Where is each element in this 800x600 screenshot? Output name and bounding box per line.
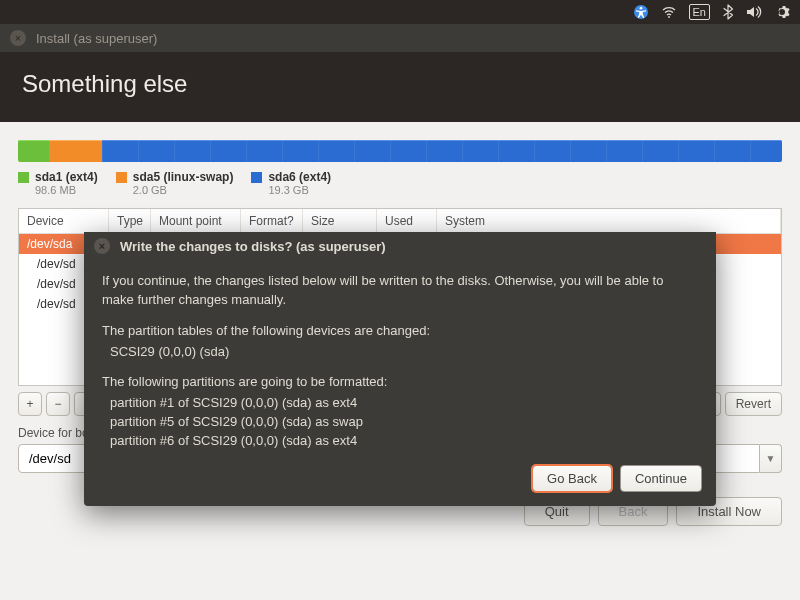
dialog-format-heading: The following partitions are going to be… [102,373,698,392]
legend-label: sda1 (ext4) [35,170,98,184]
revert-button[interactable]: Revert [725,392,782,416]
col-format[interactable]: Format? [241,209,303,233]
dialog-tables-heading: The partition tables of the following de… [102,322,698,341]
swatch-icon [116,172,127,183]
continue-button[interactable]: Continue [620,465,702,492]
confirm-dialog: × Write the changes to disks? (as superu… [84,232,716,506]
dialog-title: Write the changes to disks? (as superuse… [120,239,386,254]
seg-sda5 [49,140,102,162]
wifi-icon[interactable] [661,4,677,20]
col-used[interactable]: Used [377,209,437,233]
legend-item: sda5 (linux-swap)2.0 GB [116,170,234,196]
disk-usage-bar [18,140,782,162]
disk-legend: sda1 (ext4)98.6 MB sda5 (linux-swap)2.0 … [18,170,782,196]
close-icon[interactable]: × [94,238,110,254]
col-device[interactable]: Device [19,209,109,233]
chevron-down-icon[interactable]: ▼ [760,444,782,473]
legend-item: sda6 (ext4)19.3 GB [251,170,331,196]
add-button[interactable]: + [18,392,42,416]
page-title: Something else [0,52,800,122]
window-titlebar: × Install (as superuser) [0,24,800,52]
legend-sub: 2.0 GB [133,184,234,196]
close-icon[interactable]: × [10,30,26,46]
accessibility-icon[interactable] [633,4,649,20]
seg-sda1 [18,140,49,162]
dialog-format-item: partition #6 of SCSI29 (0,0,0) (sda) as … [102,432,698,451]
table-header: Device Type Mount point Format? Size Use… [19,209,781,234]
gear-icon[interactable] [776,4,792,20]
legend-item: sda1 (ext4)98.6 MB [18,170,98,196]
seg-sda6 [102,140,782,162]
top-menubar: En [0,0,800,24]
go-back-button[interactable]: Go Back [532,465,612,492]
window-title: Install (as superuser) [36,31,157,46]
svg-point-1 [639,7,642,10]
indicator-lang[interactable]: En [689,4,710,20]
remove-button[interactable]: − [46,392,70,416]
swatch-icon [18,172,29,183]
dialog-format-item: partition #5 of SCSI29 (0,0,0) (sda) as … [102,413,698,432]
dialog-intro: If you continue, the changes listed belo… [102,272,698,310]
col-system[interactable]: System [437,209,781,233]
dialog-tables-list: SCSI29 (0,0,0) (sda) [102,343,698,362]
swatch-icon [251,172,262,183]
dialog-buttons: Go Back Continue [84,457,716,506]
col-size[interactable]: Size [303,209,377,233]
legend-sub: 19.3 GB [268,184,331,196]
col-mount[interactable]: Mount point [151,209,241,233]
legend-sub: 98.6 MB [35,184,98,196]
dialog-titlebar: × Write the changes to disks? (as superu… [84,232,716,260]
bluetooth-icon[interactable] [722,4,734,20]
legend-label: sda5 (linux-swap) [133,170,234,184]
col-type[interactable]: Type [109,209,151,233]
legend-label: sda6 (ext4) [268,170,331,184]
svg-point-2 [668,16,670,18]
dialog-body: If you continue, the changes listed belo… [84,260,716,457]
dialog-format-item: partition #1 of SCSI29 (0,0,0) (sda) as … [102,394,698,413]
volume-icon[interactable] [746,4,764,20]
